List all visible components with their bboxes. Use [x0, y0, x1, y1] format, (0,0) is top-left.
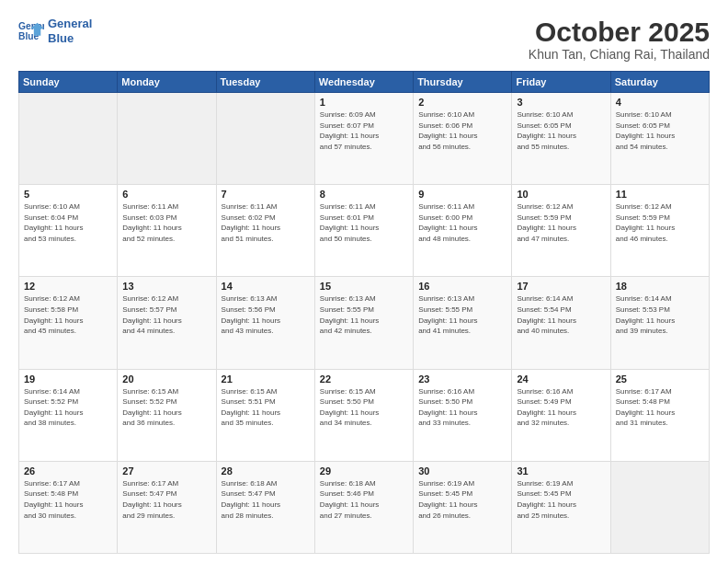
title-block: October 2025 Khun Tan, Chiang Rai, Thail…	[529, 17, 710, 62]
day-cell: 9Sunrise: 6:11 AM Sunset: 6:00 PM Daylig…	[414, 185, 512, 277]
day-number: 25	[616, 373, 704, 385]
day-cell: 1Sunrise: 6:09 AM Sunset: 6:07 PM Daylig…	[314, 93, 413, 185]
day-number: 9	[418, 189, 506, 200]
day-cell	[19, 93, 118, 185]
calendar-subtitle: Khun Tan, Chiang Rai, Thailand	[529, 47, 710, 62]
day-number: 27	[122, 465, 210, 477]
day-cell: 20Sunrise: 6:15 AM Sunset: 5:52 PM Dayli…	[118, 369, 216, 461]
day-cell: 8Sunrise: 6:11 AM Sunset: 6:01 PM Daylig…	[314, 185, 413, 277]
day-info: Sunrise: 6:15 AM Sunset: 5:50 PM Dayligh…	[320, 386, 408, 429]
day-info: Sunrise: 6:16 AM Sunset: 5:50 PM Dayligh…	[418, 386, 506, 429]
week-row-4: 19Sunrise: 6:14 AM Sunset: 5:52 PM Dayli…	[19, 369, 710, 461]
day-cell: 29Sunrise: 6:18 AM Sunset: 5:46 PM Dayli…	[314, 461, 413, 553]
day-number: 24	[517, 373, 605, 385]
weekday-header-wednesday: Wednesday	[314, 72, 413, 93]
day-cell: 19Sunrise: 6:14 AM Sunset: 5:52 PM Dayli…	[19, 369, 118, 461]
weekday-header-thursday: Thursday	[414, 72, 512, 93]
day-cell: 30Sunrise: 6:19 AM Sunset: 5:45 PM Dayli…	[414, 461, 512, 553]
day-cell: 2Sunrise: 6:10 AM Sunset: 6:06 PM Daylig…	[414, 93, 512, 185]
week-row-5: 26Sunrise: 6:17 AM Sunset: 5:48 PM Dayli…	[19, 461, 710, 553]
day-number: 5	[24, 189, 112, 200]
day-cell	[118, 93, 216, 185]
day-cell: 23Sunrise: 6:16 AM Sunset: 5:50 PM Dayli…	[414, 369, 512, 461]
day-number: 26	[24, 465, 112, 477]
day-number: 19	[24, 373, 112, 385]
day-number: 29	[320, 465, 408, 477]
logo-text: General Blue	[48, 17, 92, 45]
logo-icon: General Blue	[18, 18, 44, 44]
header: General Blue General Blue October 2025 K…	[18, 17, 710, 62]
day-cell: 26Sunrise: 6:17 AM Sunset: 5:48 PM Dayli…	[19, 461, 118, 553]
day-info: Sunrise: 6:10 AM Sunset: 6:06 PM Dayligh…	[418, 109, 506, 152]
day-cell: 6Sunrise: 6:11 AM Sunset: 6:03 PM Daylig…	[118, 185, 216, 277]
day-cell: 4Sunrise: 6:10 AM Sunset: 6:05 PM Daylig…	[610, 93, 709, 185]
day-number: 7	[222, 189, 310, 200]
day-number: 11	[616, 189, 704, 200]
day-number: 8	[320, 189, 408, 200]
day-info: Sunrise: 6:19 AM Sunset: 5:45 PM Dayligh…	[517, 478, 605, 521]
day-number: 13	[122, 281, 210, 292]
day-number: 15	[320, 281, 408, 292]
day-number: 14	[222, 281, 310, 292]
day-cell: 24Sunrise: 6:16 AM Sunset: 5:49 PM Dayli…	[512, 369, 610, 461]
day-cell	[216, 93, 314, 185]
day-number: 20	[122, 373, 210, 385]
day-number: 22	[320, 373, 408, 385]
logo: General Blue General Blue	[18, 17, 92, 45]
day-cell: 27Sunrise: 6:17 AM Sunset: 5:47 PM Dayli…	[118, 461, 216, 553]
day-cell	[610, 461, 709, 553]
weekday-header-friday: Friday	[512, 72, 610, 93]
day-info: Sunrise: 6:16 AM Sunset: 5:49 PM Dayligh…	[517, 386, 605, 429]
day-info: Sunrise: 6:11 AM Sunset: 6:02 PM Dayligh…	[222, 201, 310, 244]
day-number: 18	[616, 281, 704, 292]
day-number: 28	[222, 465, 310, 477]
weekday-header-monday: Monday	[118, 72, 216, 93]
day-info: Sunrise: 6:13 AM Sunset: 5:56 PM Dayligh…	[222, 293, 310, 336]
day-info: Sunrise: 6:15 AM Sunset: 5:51 PM Dayligh…	[222, 386, 310, 429]
day-cell: 21Sunrise: 6:15 AM Sunset: 5:51 PM Dayli…	[216, 369, 314, 461]
day-cell: 25Sunrise: 6:17 AM Sunset: 5:48 PM Dayli…	[610, 369, 709, 461]
day-info: Sunrise: 6:11 AM Sunset: 6:00 PM Dayligh…	[418, 201, 506, 244]
weekday-header-row: SundayMondayTuesdayWednesdayThursdayFrid…	[19, 72, 710, 93]
day-info: Sunrise: 6:10 AM Sunset: 6:05 PM Dayligh…	[616, 109, 704, 152]
day-info: Sunrise: 6:12 AM Sunset: 5:59 PM Dayligh…	[616, 201, 704, 244]
week-row-2: 5Sunrise: 6:10 AM Sunset: 6:04 PM Daylig…	[19, 185, 710, 277]
day-info: Sunrise: 6:13 AM Sunset: 5:55 PM Dayligh…	[418, 293, 506, 336]
calendar-table: SundayMondayTuesdayWednesdayThursdayFrid…	[18, 71, 710, 554]
weekday-header-tuesday: Tuesday	[216, 72, 314, 93]
day-number: 31	[517, 465, 605, 477]
day-number: 21	[222, 373, 310, 385]
day-cell: 18Sunrise: 6:14 AM Sunset: 5:53 PM Dayli…	[610, 277, 709, 369]
day-cell: 22Sunrise: 6:15 AM Sunset: 5:50 PM Dayli…	[314, 369, 413, 461]
day-number: 23	[418, 373, 506, 385]
day-cell: 16Sunrise: 6:13 AM Sunset: 5:55 PM Dayli…	[414, 277, 512, 369]
day-info: Sunrise: 6:12 AM Sunset: 5:59 PM Dayligh…	[517, 201, 605, 244]
day-number: 10	[517, 189, 605, 200]
week-row-1: 1Sunrise: 6:09 AM Sunset: 6:07 PM Daylig…	[19, 93, 710, 185]
day-cell: 11Sunrise: 6:12 AM Sunset: 5:59 PM Dayli…	[610, 185, 709, 277]
day-cell: 12Sunrise: 6:12 AM Sunset: 5:58 PM Dayli…	[19, 277, 118, 369]
day-cell: 15Sunrise: 6:13 AM Sunset: 5:55 PM Dayli…	[314, 277, 413, 369]
day-info: Sunrise: 6:15 AM Sunset: 5:52 PM Dayligh…	[122, 386, 210, 429]
day-info: Sunrise: 6:11 AM Sunset: 6:03 PM Dayligh…	[122, 201, 210, 244]
day-info: Sunrise: 6:17 AM Sunset: 5:48 PM Dayligh…	[24, 478, 112, 521]
day-cell: 28Sunrise: 6:18 AM Sunset: 5:47 PM Dayli…	[216, 461, 314, 553]
day-info: Sunrise: 6:14 AM Sunset: 5:52 PM Dayligh…	[24, 386, 112, 429]
day-info: Sunrise: 6:10 AM Sunset: 6:05 PM Dayligh…	[517, 109, 605, 152]
day-cell: 31Sunrise: 6:19 AM Sunset: 5:45 PM Dayli…	[512, 461, 610, 553]
day-info: Sunrise: 6:17 AM Sunset: 5:47 PM Dayligh…	[122, 478, 210, 521]
page: General Blue General Blue October 2025 K…	[0, 0, 728, 563]
day-info: Sunrise: 6:12 AM Sunset: 5:58 PM Dayligh…	[24, 293, 112, 336]
day-info: Sunrise: 6:14 AM Sunset: 5:54 PM Dayligh…	[517, 293, 605, 336]
day-cell: 14Sunrise: 6:13 AM Sunset: 5:56 PM Dayli…	[216, 277, 314, 369]
day-info: Sunrise: 6:18 AM Sunset: 5:47 PM Dayligh…	[222, 478, 310, 521]
day-info: Sunrise: 6:17 AM Sunset: 5:48 PM Dayligh…	[616, 386, 704, 429]
day-cell: 17Sunrise: 6:14 AM Sunset: 5:54 PM Dayli…	[512, 277, 610, 369]
day-info: Sunrise: 6:14 AM Sunset: 5:53 PM Dayligh…	[616, 293, 704, 336]
day-number: 4	[616, 97, 704, 108]
day-number: 1	[320, 97, 408, 108]
week-row-3: 12Sunrise: 6:12 AM Sunset: 5:58 PM Dayli…	[19, 277, 710, 369]
logo-blue: Blue	[48, 31, 74, 45]
day-cell: 5Sunrise: 6:10 AM Sunset: 6:04 PM Daylig…	[19, 185, 118, 277]
day-info: Sunrise: 6:10 AM Sunset: 6:04 PM Dayligh…	[24, 201, 112, 244]
